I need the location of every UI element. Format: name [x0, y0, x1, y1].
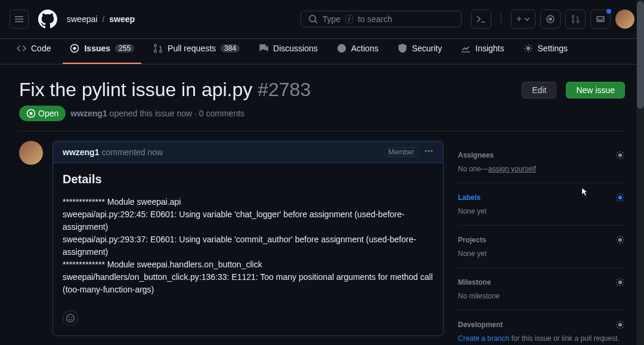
comment-heading: Details [63, 172, 434, 186]
plus-icon: + [516, 14, 522, 24]
nav-insights[interactable]: Insights [454, 39, 511, 64]
breadcrumb: sweepai / sweep [67, 14, 135, 24]
smiley-icon [66, 313, 75, 323]
svg-point-30 [619, 324, 622, 326]
search-icon [308, 14, 318, 24]
create-branch-link[interactable]: Create a branch [458, 334, 509, 343]
search-input[interactable]: Type / to search [301, 11, 462, 27]
svg-point-11 [527, 47, 530, 50]
hamburger-menu[interactable] [10, 10, 29, 29]
nav-actions[interactable]: Actions [330, 39, 386, 64]
nav-pull-requests[interactable]: Pull requests 384 [146, 39, 247, 64]
issue-sidebar: Assignees No one—assign yourself Labels … [458, 141, 625, 345]
assignees-label: Assignees [458, 151, 494, 159]
breadcrumb-owner[interactable]: sweepai [67, 14, 97, 24]
comment-author[interactable]: wwzeng1 [63, 147, 99, 157]
pull-request-icon [571, 14, 580, 24]
svg-point-18 [69, 317, 69, 318]
svg-point-13 [30, 112, 33, 115]
labels-body: None yet [458, 207, 625, 215]
labels-header[interactable]: Labels [458, 193, 625, 202]
nav-issues[interactable]: Issues 255 [63, 39, 141, 64]
edit-button[interactable]: Edit [522, 82, 556, 98]
nav-pulls-count: 384 [221, 44, 240, 53]
user-avatar[interactable] [615, 10, 634, 29]
nav-issues-label: Issues [84, 44, 110, 53]
comment-body: Details ************* Module sweepai.api… [53, 163, 443, 306]
inbox-icon [596, 14, 605, 24]
comment-header: wwzeng1 commented now Member [53, 141, 443, 163]
nav-security-label: Security [412, 44, 442, 53]
global-header: sweepai / sweep Type / to search + [0, 0, 644, 39]
github-logo[interactable] [38, 10, 57, 29]
gear-icon [615, 320, 625, 329]
nav-settings-label: Settings [538, 44, 568, 53]
issue-author[interactable]: wwzeng1 [70, 109, 107, 118]
svg-point-16 [431, 150, 433, 152]
add-reaction-button[interactable] [63, 310, 78, 326]
new-issue-button[interactable]: New issue [566, 82, 625, 98]
comment-container: wwzeng1 commented now Member Details ***… [52, 141, 444, 336]
pulls-shortcut-button[interactable] [565, 10, 586, 29]
svg-point-7 [154, 44, 157, 47]
milestone-body: No milestone [458, 292, 625, 300]
nav-discussions[interactable]: Discussions [252, 39, 325, 64]
create-new-button[interactable]: + [511, 10, 535, 29]
scrollbar-thumb[interactable] [637, 1, 644, 109]
scrollbar-track[interactable] [637, 0, 644, 345]
development-suffix: for this issue or link a pull request. [509, 334, 620, 343]
gear-icon [615, 278, 625, 287]
issue-comment-count: 0 comments [199, 109, 244, 118]
svg-point-8 [154, 50, 157, 53]
repo-nav: Code Issues 255 Pull requests 384 Discus… [0, 39, 644, 64]
issue-meta-action: opened this issue now [110, 109, 193, 118]
projects-header[interactable]: Projects [458, 235, 625, 245]
issue-number: #2783 [258, 79, 311, 100]
gear-icon [615, 193, 625, 202]
svg-point-27 [619, 196, 622, 199]
comment-menu-button[interactable] [424, 146, 434, 158]
issue-title: Fix the pylint issue in api.py #2783 [19, 79, 512, 101]
search-hint: Type [323, 14, 340, 24]
svg-point-14 [425, 150, 427, 152]
assignees-header[interactable]: Assignees [458, 150, 625, 160]
comment-avatar[interactable] [19, 141, 43, 165]
svg-point-1 [549, 18, 552, 20]
nav-pulls-label: Pull requests [168, 44, 216, 53]
milestone-header[interactable]: Milestone [458, 278, 625, 287]
issues-shortcut-button[interactable] [540, 10, 561, 29]
gear-icon [615, 150, 625, 160]
chevron-down-icon [524, 16, 530, 22]
inbox-button[interactable] [590, 10, 611, 29]
nav-issues-count: 255 [115, 44, 134, 53]
nav-settings[interactable]: Settings [516, 39, 575, 64]
svg-point-29 [619, 281, 622, 284]
svg-point-28 [619, 239, 622, 242]
nav-actions-label: Actions [351, 44, 379, 53]
nav-insights-label: Insights [475, 44, 504, 53]
svg-point-9 [160, 50, 162, 53]
comment-meta: commented now [101, 147, 163, 157]
issue-title-text: Fix the pylint issue in api.py [19, 79, 252, 100]
development-header[interactable]: Development [458, 320, 625, 329]
svg-point-19 [72, 317, 72, 318]
issue-state-label: Open [38, 109, 58, 118]
command-palette-button[interactable] [471, 10, 491, 29]
nav-security[interactable]: Security [391, 39, 450, 64]
gear-icon [615, 235, 625, 245]
nav-code[interactable]: Code [10, 39, 58, 64]
comment-text: ************* Module sweepai.api sweepai… [63, 196, 434, 296]
projects-body: None yet [458, 249, 625, 258]
svg-point-6 [73, 47, 76, 50]
breadcrumb-separator: / [102, 14, 104, 24]
search-key: / [345, 15, 353, 23]
breadcrumb-repo[interactable]: sweep [109, 14, 135, 24]
projects-label: Projects [458, 236, 486, 244]
notification-dot [606, 9, 611, 14]
development-label: Development [458, 321, 503, 329]
assignees-prefix: No one— [458, 165, 488, 173]
kebab-icon [424, 146, 434, 156]
labels-label: Labels [458, 193, 481, 202]
svg-point-17 [67, 315, 75, 322]
assign-yourself-link[interactable]: assign yourself [488, 165, 536, 173]
